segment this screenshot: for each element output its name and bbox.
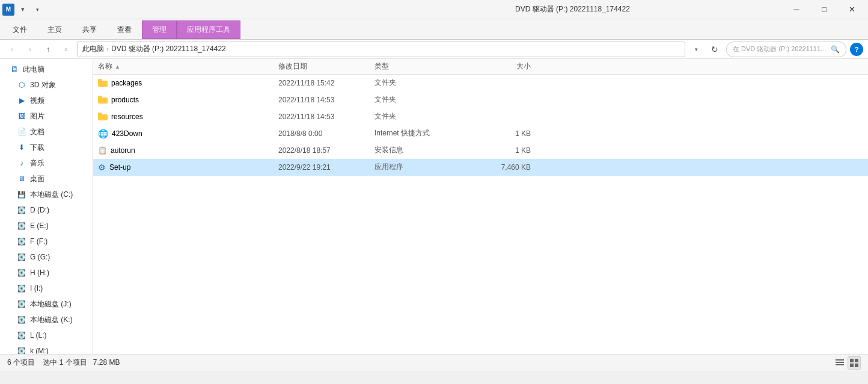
- image-icon: 🖼: [17, 111, 26, 121]
- status-info: 6 个项目 选中 1 个项目 7.28 MB: [7, 358, 828, 368]
- file-row-packages[interactable]: packages 2022/11/18 15:42 文件夹: [93, 75, 868, 91]
- sidebar-label-desktop: 桌面: [30, 174, 44, 184]
- download-icon: ⬇: [17, 143, 26, 152]
- sidebar-item-f[interactable]: 💽 F (F:): [0, 234, 93, 249]
- video-icon: ▶: [17, 96, 26, 105]
- svg-rect-0: [836, 359, 844, 361]
- window-title: DVD 驱动器 (P:) 20221118_174422: [362, 4, 783, 14]
- col-header-name[interactable]: 名称 ▲: [98, 61, 278, 72]
- sidebar-item-docs[interactable]: 📄 文档: [0, 124, 93, 140]
- sidebar-label-e: E (E:): [30, 221, 49, 230]
- drive-i-icon: 💽: [17, 283, 26, 293]
- maximize-button[interactable]: □: [810, 0, 838, 19]
- tab-apptools[interactable]: 应用程序工具: [177, 20, 240, 39]
- help-button[interactable]: ?: [850, 43, 863, 56]
- drive-k-icon: 💽: [17, 315, 26, 324]
- quick-access-button[interactable]: ▾: [17, 4, 29, 16]
- sidebar-item-h[interactable]: 💽 H (H:): [0, 265, 93, 280]
- drive-l-icon: 💽: [17, 330, 26, 340]
- file-row-setup[interactable]: ⚙ Set-up 2022/9/22 19:21 应用程序 7,460 KB: [93, 159, 868, 176]
- minimize-button[interactable]: ─: [783, 0, 810, 19]
- sidebar-item-desktop[interactable]: 🖥 桌面: [0, 171, 93, 187]
- view-list-button[interactable]: [833, 356, 846, 370]
- col-header-type[interactable]: 类型: [374, 61, 471, 72]
- address-dropdown-button[interactable]: ▾: [689, 42, 703, 57]
- drive-g-icon: 💽: [17, 252, 26, 262]
- internet-icon: 🌐: [98, 129, 108, 138]
- svg-rect-5: [850, 364, 854, 367]
- file-row-resources[interactable]: resources 2022/11/18 14:53 文件夹: [93, 108, 868, 125]
- col-size-label: 大小: [516, 62, 531, 70]
- status-bar: 6 个项目 选中 1 个项目 7.28 MB: [0, 354, 868, 371]
- tab-view[interactable]: 查看: [107, 20, 142, 39]
- tab-manage[interactable]: 管理: [142, 20, 177, 39]
- close-button[interactable]: ✕: [838, 0, 866, 19]
- drive-f-icon: 💽: [17, 237, 26, 246]
- svg-rect-2: [836, 364, 844, 365]
- sidebar-item-e[interactable]: 💽 E (E:): [0, 218, 93, 234]
- sidebar-item-video[interactable]: ▶ 视频: [0, 93, 93, 108]
- inf-icon: 📋: [98, 146, 107, 155]
- search-box[interactable]: 在 DVD 驱动器 (P:) 20221111... 🔍: [726, 42, 846, 57]
- sidebar-label-docs: 文档: [30, 127, 44, 137]
- sidebar-item-l[interactable]: 💽 L (L:): [0, 327, 93, 343]
- drive-j-icon: 💽: [17, 299, 26, 309]
- sidebar-label-music: 音乐: [30, 158, 44, 169]
- path-part-dvd[interactable]: DVD 驱动器 (P:) 20221118_174422: [111, 44, 226, 54]
- sidebar-item-d[interactable]: 💽 D (D:): [0, 202, 93, 218]
- sidebar-item-pc[interactable]: 🖥 此电脑: [0, 61, 93, 77]
- sidebar-item-g[interactable]: 💽 G (G:): [0, 249, 93, 265]
- desktop-icon: 🖥: [17, 174, 26, 184]
- sidebar-label-download: 下载: [30, 143, 44, 153]
- sidebar-label-l: L (L:): [30, 331, 47, 339]
- sidebar-item-3d[interactable]: ⬡ 3D 对象: [0, 77, 93, 93]
- path-part-pc[interactable]: 此电脑: [82, 44, 104, 54]
- sidebar-item-image[interactable]: 🖼 图片: [0, 108, 93, 124]
- sidebar-label-image: 图片: [30, 111, 44, 122]
- up-button[interactable]: ↑: [41, 42, 55, 57]
- col-header-date[interactable]: 修改日期: [278, 61, 374, 72]
- file-row-autorun[interactable]: 📋 autorun 2022/8/18 18:57 安装信息 1 KB: [93, 142, 868, 159]
- sidebar-item-c[interactable]: 💾 本地磁盘 (C:): [0, 187, 93, 202]
- sidebar-label-m: k (M:): [30, 347, 49, 354]
- history-dropdown-button[interactable]: ⌂: [59, 42, 73, 57]
- drive-h-icon: 💽: [17, 268, 26, 277]
- search-placeholder: 在 DVD 驱动器 (P:) 20221111...: [733, 45, 831, 54]
- view-detail-button[interactable]: [848, 356, 861, 370]
- customize-quick-access-button[interactable]: ▾: [31, 4, 43, 16]
- address-path[interactable]: 此电脑 › DVD 驱动器 (P:) 20221118_174422: [77, 42, 685, 57]
- sidebar-label-pc: 此电脑: [23, 64, 44, 75]
- file-row-423down[interactable]: 🌐 423Down 2018/8/8 0:00 Internet 快捷方式 1 …: [93, 125, 868, 142]
- svg-rect-3: [850, 359, 854, 362]
- tab-share[interactable]: 共享: [72, 20, 107, 39]
- sidebar-label-k: 本地磁盘 (K:): [30, 315, 73, 325]
- sidebar-item-k[interactable]: 💽 本地磁盘 (K:): [0, 312, 93, 327]
- folder-icon-resources: [98, 113, 108, 120]
- 3d-icon: ⬡: [17, 80, 26, 90]
- col-name-label: 名称: [98, 61, 112, 72]
- col-header-size[interactable]: 大小: [471, 61, 531, 72]
- sidebar-label-f: F (F:): [30, 237, 47, 246]
- sidebar-item-music[interactable]: ♪ 音乐: [0, 155, 93, 171]
- tab-file[interactable]: 文件: [2, 20, 37, 39]
- back-button[interactable]: ‹: [5, 42, 19, 57]
- svg-rect-1: [836, 362, 844, 363]
- sidebar-item-i[interactable]: 💽 I (I:): [0, 280, 93, 296]
- sidebar-label-3d: 3D 对象: [30, 80, 56, 90]
- file-name-autorun: 📋 autorun: [98, 146, 278, 155]
- sidebar-label-g: G (G:): [30, 253, 50, 261]
- pc-icon: 🖥: [10, 64, 19, 74]
- sidebar-item-download[interactable]: ⬇ 下载: [0, 140, 93, 155]
- file-row-products[interactable]: products 2022/11/18 14:53 文件夹: [93, 91, 868, 108]
- tab-home[interactable]: 主页: [37, 20, 72, 39]
- forward-button[interactable]: ›: [23, 42, 37, 57]
- sidebar-item-m[interactable]: 💽 k (M:): [0, 343, 93, 354]
- refresh-button[interactable]: ↻: [707, 42, 723, 57]
- sidebar-label-i: I (I:): [30, 284, 43, 293]
- svg-rect-4: [855, 359, 858, 362]
- file-list-header: 名称 ▲ 修改日期 类型 大小: [93, 59, 868, 75]
- folder-icon-packages: [98, 79, 108, 87]
- drive-m-icon: 💽: [17, 346, 26, 354]
- drive-d-icon: 💽: [17, 205, 26, 215]
- sidebar-item-j[interactable]: 💽 本地磁盘 (J:): [0, 296, 93, 312]
